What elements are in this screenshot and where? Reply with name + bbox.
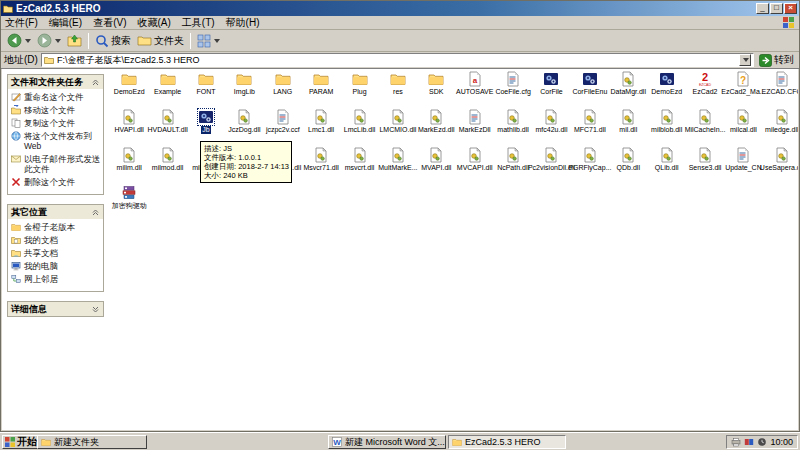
file-item[interactable]: MVAPI.dll [417,147,455,172]
file-item[interactable]: CoeFile.cfg [494,71,532,96]
file-item[interactable]: DemoEzd [110,71,148,96]
file-item[interactable]: DemoEzd [647,71,685,96]
file-item[interactable]: CorFile [532,71,570,96]
file-item[interactable]: MVCAPI.dll [456,147,494,172]
task-link-publish-web[interactable]: 将这个文件发布到 Web [11,131,101,151]
file-item[interactable]: milblob.dll [647,109,685,134]
file-item-selected[interactable]: Jb [187,109,225,134]
file-item[interactable]: MFC71.dll [571,109,609,134]
panel-header[interactable]: 文件和文件夹任务 [8,75,103,89]
file-item[interactable]: milcal.dll [724,109,762,134]
file-item[interactable]: res [379,71,417,96]
status-icon[interactable] [744,437,754,447]
task-link-my-documents[interactable]: 我的文档 [11,235,101,245]
back-dropdown-caret[interactable] [25,39,31,43]
minimize-button[interactable]: _ [756,3,769,14]
file-item[interactable]: ImgLib [225,71,263,96]
maximize-button[interactable]: □ [770,3,783,14]
go-button[interactable]: 转到 [757,53,796,67]
file-item[interactable]: SDK [417,71,455,96]
back-button[interactable] [4,32,34,49]
file-item[interactable]: FONT [187,71,225,96]
file-item[interactable]: Example [148,71,186,96]
search-button[interactable]: 搜索 [92,33,134,49]
menu-item-1[interactable]: 编辑(E) [49,17,82,28]
sync-icon[interactable] [757,437,767,447]
task-link-network[interactable]: 网上邻居 [11,274,101,284]
file-item[interactable]: LmcLib.dll [340,109,378,134]
chevron-up-icon[interactable] [91,208,100,217]
folders-button[interactable]: 文件夹 [134,32,187,49]
file-item[interactable]: HVAPI.dll [110,109,148,134]
menu-item-2[interactable]: 查看(V) [93,17,126,28]
file-item[interactable]: Plug [340,71,378,96]
menu-item-4[interactable]: 工具(T) [182,17,215,28]
chevron-up-icon[interactable] [91,78,100,87]
file-item[interactable]: milim.dll [110,147,148,172]
address-dropdown-button[interactable] [739,54,751,66]
panel-header[interactable]: 详细信息 [8,302,103,316]
titlebar[interactable]: EzCad2.5.3 HERO _ □ × [1,1,799,16]
file-item[interactable]: 2EZCADEzCad2 [686,71,724,96]
file-item[interactable]: QDb.dll [609,147,647,172]
file-item[interactable]: UseSapera.dll [763,147,798,172]
panel-header[interactable]: 其它位置 [8,205,103,219]
task-link-shared-documents[interactable]: 共享文档 [11,248,101,258]
task-link-move[interactable]: 移动这个文件 [11,105,101,115]
task-button-1[interactable]: W新建 Microsoft Word 文... [328,435,446,449]
file-item[interactable]: ?EzCad2_Ma... [724,71,762,96]
task-link-my-computer[interactable]: 我的电脑 [11,261,101,271]
file-item[interactable]: PARAM [302,71,340,96]
task-link-delete[interactable]: 删除这个文件 [11,177,101,187]
forward-button[interactable] [34,32,64,49]
file-item[interactable]: miledge.dll [763,109,798,134]
views-dropdown-caret[interactable] [214,39,220,43]
file-item[interactable]: Sense3.dll [686,147,724,172]
menu-item-5[interactable]: 帮助(H) [226,17,260,28]
file-item[interactable]: mathlib.dll [494,109,532,134]
task-link-copy[interactable]: 复制这个文件 [11,118,101,128]
file-item[interactable]: mil.dll [609,109,647,134]
chevron-down-icon[interactable] [91,305,100,314]
file-item[interactable]: Pc2visionDll.dll [532,147,570,172]
file-item[interactable]: MarkEzd.dll [417,109,455,134]
forward-dropdown-caret[interactable] [55,39,61,43]
file-item[interactable]: LMCMIO.dll [379,109,417,134]
file-item[interactable]: msvcrt.dll [340,147,378,172]
file-item[interactable]: Lmc1.dll [302,109,340,134]
file-item[interactable]: milmod.dll [148,147,186,172]
task-link-rename[interactable]: 重命名这个文件 [11,92,101,102]
file-item[interactable]: EZCAD.CFG [763,71,798,96]
menu-items: 文件(F)编辑(E)查看(V)收藏(A)工具(T)帮助(H) [5,16,782,30]
task-link-folder[interactable]: 金橙子老版本 [11,222,101,232]
task-button-2[interactable]: EzCad2.5.3 HERO [448,435,566,449]
file-item[interactable]: DataMgr.dll [609,71,647,96]
address-input[interactable]: F:\金橙子老版本\EzCad2.5.3 HERO [41,53,754,67]
start-button[interactable]: 开始 [2,435,42,449]
file-item[interactable]: MilCacheIn... [686,109,724,134]
views-button[interactable] [194,33,223,49]
file-item[interactable]: JczDog.dll [225,109,263,134]
file-item[interactable]: HVDAULT.dll [148,109,186,134]
file-item[interactable]: Update_CN [724,147,762,172]
file-item[interactable]: CorFileEnu [571,71,609,96]
up-button[interactable] [64,32,85,49]
file-item[interactable]: LANG [264,71,302,96]
task-button-0[interactable]: 新建文件夹 [37,435,147,449]
file-item[interactable]: QLib.dll [647,147,685,172]
menu-item-0[interactable]: 文件(F) [5,17,38,28]
file-item[interactable]: MultMarkE... [379,147,417,172]
file-item[interactable]: MarkEzDll [456,109,494,134]
file-item[interactable]: 加密狗驱动 [110,185,148,210]
file-item[interactable]: jczpc2v.ccf [264,109,302,134]
file-item[interactable]: Msvcr71.dll [302,147,340,172]
menu-item-3[interactable]: 收藏(A) [137,17,170,28]
file-item[interactable]: PGRFlyCap... [571,147,609,172]
file-item[interactable]: NcPath.dll [494,147,532,172]
file-list[interactable]: DemoEzdExampleFONTImgLibLANGPARAMPlugres… [106,69,798,430]
file-item[interactable]: mfc42u.dll [532,109,570,134]
printer-icon[interactable] [731,437,741,447]
file-item[interactable]: aAUTOSAVE [456,71,494,96]
close-button[interactable]: × [784,3,797,14]
task-link-email[interactable]: 以电子邮件形式发送此文件 [11,154,101,174]
